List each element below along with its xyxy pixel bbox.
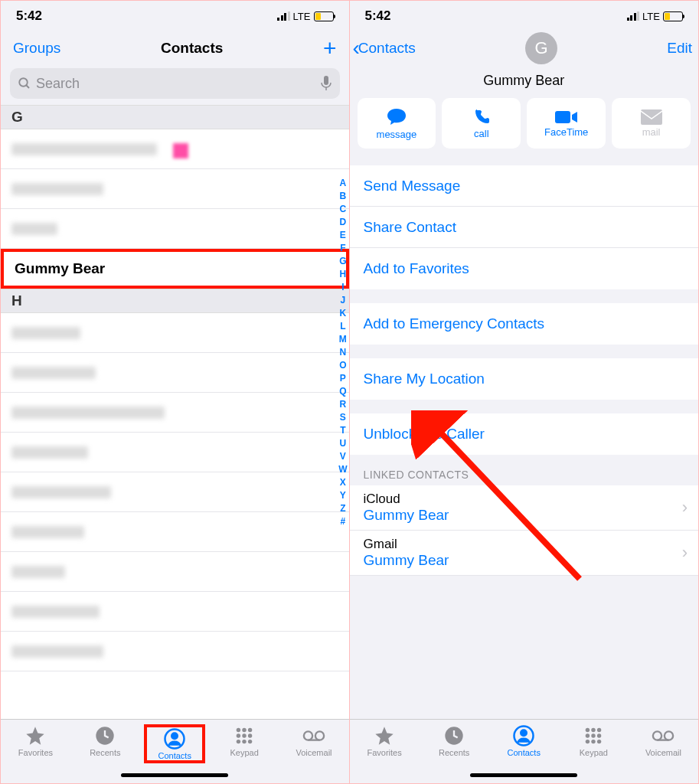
star-icon — [24, 724, 47, 747]
svg-point-29 — [592, 733, 596, 737]
index-letter[interactable]: D — [338, 216, 347, 229]
index-letter[interactable]: T — [338, 424, 347, 437]
facetime-button[interactable]: FaceTime — [527, 98, 606, 149]
contact-title: Gummy Bear — [350, 73, 699, 89]
index-letter[interactable]: # — [338, 515, 347, 528]
cellular-signal-icon — [277, 11, 290, 21]
alphabet-index[interactable]: ABCDEFGHIJKLMNOPQRSTUVWXYZ# — [338, 177, 347, 528]
contact-row[interactable] — [1, 393, 349, 433]
index-letter[interactable]: P — [338, 372, 347, 385]
unblock-caller-cell[interactable]: Unblock this Caller — [350, 413, 699, 455]
svg-point-15 — [248, 740, 252, 743]
action-row: message call FaceTime mail — [350, 89, 699, 158]
tab-recents[interactable]: Recents — [423, 724, 485, 757]
contact-row[interactable] — [1, 313, 349, 353]
groups-button[interactable]: Groups — [13, 40, 60, 57]
index-letter[interactable]: F — [338, 242, 347, 255]
svg-point-26 — [592, 728, 596, 732]
svg-rect-2 — [324, 76, 328, 85]
contact-row[interactable] — [1, 129, 349, 169]
contact-row[interactable] — [1, 353, 349, 393]
contact-row[interactable] — [1, 512, 349, 552]
tab-contacts[interactable]: Contacts — [493, 724, 554, 757]
share-location-cell[interactable]: Share My Location — [350, 358, 699, 400]
index-letter[interactable]: O — [338, 359, 347, 372]
carrier-label: LTE — [642, 11, 660, 22]
index-letter[interactable]: U — [338, 437, 347, 450]
voicemail-icon — [302, 724, 325, 747]
search-icon — [18, 77, 31, 90]
emergency-contacts-cell[interactable]: Add to Emergency Contacts — [350, 303, 699, 345]
index-letter[interactable]: W — [338, 463, 347, 476]
mail-icon — [641, 109, 662, 125]
tab-keypad[interactable]: Keypad — [214, 724, 275, 757]
contact-row[interactable] — [1, 169, 349, 209]
index-letter[interactable]: Q — [338, 385, 347, 398]
contacts-list[interactable]: G Gummy Bear H — [1, 105, 349, 719]
index-letter[interactable]: C — [338, 203, 347, 216]
share-contact-cell[interactable]: Share Contact — [350, 207, 699, 248]
contact-row[interactable] — [1, 472, 349, 512]
index-letter[interactable]: R — [338, 398, 347, 411]
call-button[interactable]: call — [442, 98, 521, 149]
svg-point-17 — [315, 731, 324, 740]
tab-voicemail[interactable]: Voicemail — [283, 724, 345, 757]
add-contact-button[interactable]: + — [323, 35, 337, 61]
index-letter[interactable]: L — [338, 320, 347, 333]
svg-point-31 — [586, 740, 590, 743]
message-button[interactable]: message — [358, 98, 436, 149]
mic-icon[interactable] — [320, 76, 332, 91]
video-icon — [555, 109, 578, 125]
add-favorites-cell[interactable]: Add to Favorites — [350, 248, 699, 289]
index-letter[interactable]: J — [338, 294, 347, 307]
contact-row[interactable] — [1, 433, 349, 472]
tab-recents[interactable]: Recents — [74, 724, 136, 757]
contact-row[interactable] — [1, 552, 349, 592]
tab-contacts[interactable]: Contacts — [144, 724, 205, 763]
tab-voicemail[interactable]: Voicemail — [632, 724, 694, 757]
tab-favorites[interactable]: Favorites — [5, 724, 66, 757]
edit-button[interactable]: Edit — [667, 40, 692, 57]
tab-bar: Favorites Recents Contacts Keypad Voicem… — [350, 719, 699, 783]
contact-row-gummy-bear[interactable]: Gummy Bear — [1, 249, 349, 289]
contact-row[interactable] — [1, 209, 349, 249]
tab-favorites[interactable]: Favorites — [354, 724, 415, 757]
status-bar: 5:42 LTE — [350, 1, 699, 31]
index-letter[interactable]: H — [338, 268, 347, 281]
index-letter[interactable]: Z — [338, 502, 347, 515]
index-letter[interactable]: M — [338, 333, 347, 346]
index-letter[interactable]: E — [338, 229, 347, 242]
index-letter[interactable]: A — [338, 177, 347, 190]
contacts-list-screen: 5:42 LTE Groups Contacts + Search G Gumm… — [1, 1, 350, 783]
index-letter[interactable]: B — [338, 190, 347, 203]
phone-icon — [472, 108, 491, 126]
index-letter[interactable]: Y — [338, 489, 347, 502]
section-header-h: H — [1, 289, 349, 313]
index-letter[interactable]: N — [338, 346, 347, 359]
back-button[interactable]: ‹ Contacts — [353, 36, 416, 60]
home-indicator[interactable] — [121, 773, 228, 777]
home-indicator[interactable] — [470, 773, 577, 777]
svg-point-35 — [665, 731, 673, 740]
clock-icon — [93, 724, 116, 747]
search-input[interactable]: Search — [10, 68, 340, 99]
avatar[interactable]: G — [525, 32, 557, 64]
tab-keypad[interactable]: Keypad — [563, 724, 624, 757]
index-letter[interactable]: X — [338, 476, 347, 489]
index-letter[interactable]: K — [338, 307, 347, 320]
svg-point-0 — [19, 78, 28, 87]
linked-contact-row[interactable]: iCloud Gummy Bear › — [350, 485, 699, 531]
contact-row[interactable] — [1, 592, 349, 632]
svg-point-12 — [248, 733, 252, 737]
index-letter[interactable]: V — [338, 450, 347, 463]
index-letter[interactable]: I — [338, 281, 347, 294]
svg-point-28 — [586, 733, 590, 737]
contact-row[interactable] — [1, 632, 349, 671]
index-letter[interactable]: G — [338, 255, 347, 268]
svg-point-30 — [597, 733, 601, 737]
send-message-cell[interactable]: Send Message — [350, 165, 699, 207]
message-icon — [386, 107, 407, 127]
index-letter[interactable]: S — [338, 411, 347, 424]
svg-point-25 — [586, 728, 590, 732]
linked-contact-row[interactable]: Gmail Gummy Bear › — [350, 531, 699, 576]
